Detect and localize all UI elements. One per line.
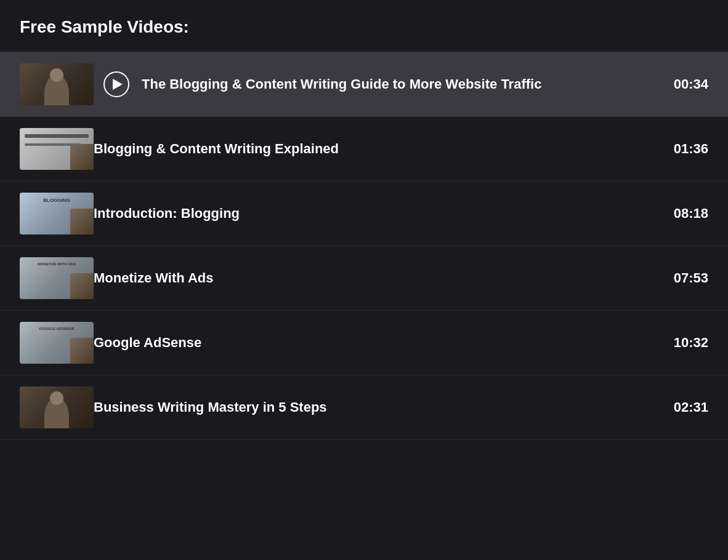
page-header: Free Sample Videos:: [0, 0, 728, 52]
video-title: Blogging & Content Writing Explained: [94, 141, 339, 156]
page-title: Free Sample Videos:: [20, 17, 708, 37]
video-item[interactable]: Monetize With Ads07:53: [0, 246, 728, 311]
video-info: Business Writing Mastery in 5 Steps: [94, 399, 661, 417]
video-thumbnail: [20, 322, 94, 364]
video-thumbnail: [20, 63, 94, 105]
video-info: The Blogging & Content Writing Guide to …: [142, 76, 661, 94]
video-list: The Blogging & Content Writing Guide to …: [0, 52, 728, 440]
video-duration: 01:36: [674, 141, 708, 157]
video-thumbnail: [20, 128, 94, 170]
video-info: Monetize With Ads: [94, 270, 661, 287]
video-title: Google AdSense: [94, 335, 201, 350]
video-item[interactable]: Business Writing Mastery in 5 Steps02:31: [0, 375, 728, 440]
video-duration: 08:18: [674, 206, 708, 222]
video-item[interactable]: Google AdSense10:32: [0, 311, 728, 375]
video-thumbnail: [20, 193, 94, 234]
video-title: Business Writing Mastery in 5 Steps: [94, 399, 327, 415]
video-title: Monetize With Ads: [94, 270, 214, 286]
video-info: Google AdSense: [94, 334, 661, 352]
video-duration: 10:32: [674, 335, 708, 351]
video-title: The Blogging & Content Writing Guide to …: [142, 76, 541, 92]
play-button[interactable]: [103, 71, 129, 97]
video-info: Introduction: Blogging: [94, 205, 661, 223]
video-item[interactable]: Blogging & Content Writing Explained01:3…: [0, 117, 728, 182]
video-item[interactable]: Introduction: Blogging08:18: [0, 182, 728, 246]
video-duration: 07:53: [674, 270, 708, 286]
video-item[interactable]: The Blogging & Content Writing Guide to …: [0, 52, 728, 117]
video-thumbnail: [20, 386, 94, 428]
video-duration: 00:34: [674, 76, 708, 92]
video-title: Introduction: Blogging: [94, 206, 240, 221]
video-duration: 02:31: [674, 399, 708, 415]
video-info: Blogging & Content Writing Explained: [94, 140, 661, 158]
video-thumbnail: [20, 257, 94, 299]
